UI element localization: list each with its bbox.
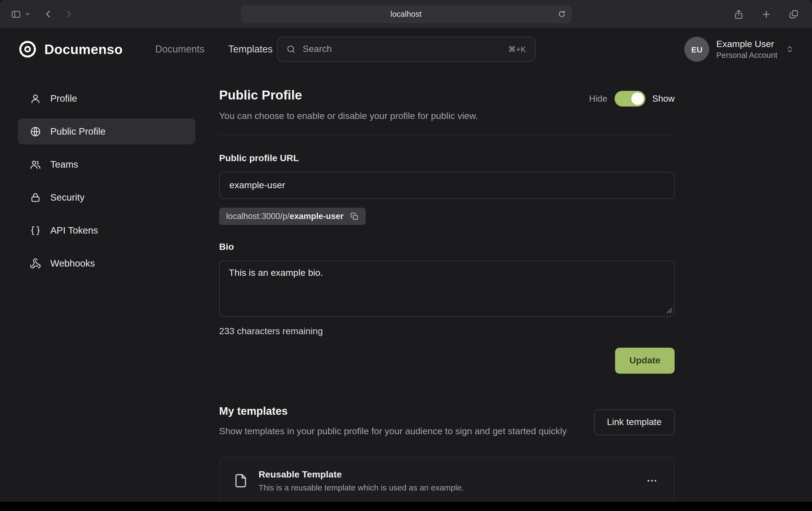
profile-visibility-toggle[interactable] (614, 91, 645, 107)
nav-documents[interactable]: Documents (155, 43, 204, 55)
visibility-control: Hide Show (589, 91, 675, 107)
search-icon (286, 44, 296, 54)
globe-icon (30, 126, 41, 137)
documenso-logo-icon (18, 39, 37, 59)
sidebar-menu-chevron-icon[interactable] (24, 10, 31, 18)
documenso-logo[interactable]: Documenso (18, 39, 123, 59)
main-content: Public Profile You can choose to enable … (219, 85, 675, 502)
users-icon (30, 159, 41, 170)
sidebar-item-webhooks[interactable]: Webhooks (18, 250, 195, 276)
tab-overview-icon[interactable] (785, 6, 802, 23)
browser-window: localhost Documenso Do (0, 0, 812, 511)
user-menu[interactable]: EU Example User Personal Account (684, 37, 794, 62)
sidebar-item-teams[interactable]: Teams (18, 151, 195, 177)
sidebar-item-label: Webhooks (50, 258, 95, 269)
sidebar-toggle-icon[interactable] (7, 6, 24, 23)
bio-label: Bio (219, 242, 675, 252)
avatar: EU (684, 37, 709, 62)
window-bottom-edge (0, 502, 812, 511)
sidebar-item-label: API Tokens (50, 225, 98, 236)
brand-name: Documenso (45, 41, 123, 57)
sidebar-item-label: Teams (50, 159, 78, 170)
search-box[interactable]: ⌘+K (277, 37, 535, 62)
user-icon (30, 93, 41, 104)
characters-remaining: 233 characters remaining (219, 326, 675, 337)
app-header: Documenso Documents Templates ⌘+K EU Exa… (0, 28, 812, 70)
lock-icon (30, 192, 41, 203)
profile-url-input[interactable] (219, 172, 675, 199)
main-nav: Documents Templates (155, 43, 273, 55)
nav-templates[interactable]: Templates (228, 43, 273, 55)
sidebar-item-profile[interactable]: Profile (18, 85, 195, 111)
sidebar-item-label: Public Profile (50, 126, 106, 137)
section-divider (219, 134, 675, 135)
copy-icon[interactable] (350, 212, 359, 221)
update-button[interactable]: Update (615, 348, 675, 374)
reload-icon[interactable] (556, 9, 567, 19)
template-name: Reusable Template (259, 470, 464, 480)
share-icon[interactable] (730, 6, 747, 23)
ellipsis-icon[interactable] (643, 472, 661, 490)
template-description: This is a reusable template which is use… (259, 483, 464, 492)
user-name: Example User (716, 38, 777, 50)
sidebar-item-label: Profile (50, 93, 77, 104)
braces-icon (30, 225, 41, 236)
url-text: localhost (390, 10, 422, 19)
sidebar-item-label: Security (50, 192, 84, 203)
url-preview-text: localhost:3000/p/example-user (226, 211, 344, 221)
search-input[interactable] (303, 44, 501, 55)
show-label: Show (652, 94, 675, 104)
page-content: Profile Public Profile Teams Security AP… (0, 70, 812, 502)
chevrons-up-down-icon (785, 45, 794, 54)
browser-toolbar: localhost (0, 0, 812, 28)
bio-textarea[interactable]: This is an example bio. (219, 261, 675, 317)
back-icon[interactable] (40, 6, 56, 22)
template-card: Reusable Template This is a reusable tem… (219, 457, 675, 502)
hide-label: Hide (589, 94, 608, 104)
search-shortcut: ⌘+K (508, 45, 526, 54)
browser-nav-controls (7, 6, 77, 23)
toggle-knob (631, 92, 643, 105)
webhook-icon (30, 258, 41, 269)
profile-url-preview: localhost:3000/p/example-user (219, 208, 366, 225)
page-title: Public Profile (219, 88, 478, 103)
sidebar-item-api-tokens[interactable]: API Tokens (18, 217, 195, 243)
forward-icon[interactable] (61, 6, 77, 22)
resize-handle-icon[interactable] (666, 308, 672, 313)
my-templates-title: My templates (219, 405, 567, 417)
link-template-button[interactable]: Link template (594, 409, 675, 435)
file-icon (233, 473, 249, 489)
profile-url-label: Public profile URL (219, 153, 675, 164)
sidebar-item-security[interactable]: Security (18, 184, 195, 210)
settings-sidebar: Profile Public Profile Teams Security AP… (18, 85, 195, 502)
user-account-type: Personal Account (716, 50, 777, 60)
address-bar[interactable]: localhost (240, 5, 572, 23)
sidebar-item-public-profile[interactable]: Public Profile (18, 118, 195, 144)
my-templates-description: Show templates in your public profile fo… (219, 424, 567, 439)
page-subtitle: You can choose to enable or disable your… (219, 111, 478, 122)
browser-actions (730, 6, 802, 23)
new-tab-icon[interactable] (758, 6, 775, 23)
